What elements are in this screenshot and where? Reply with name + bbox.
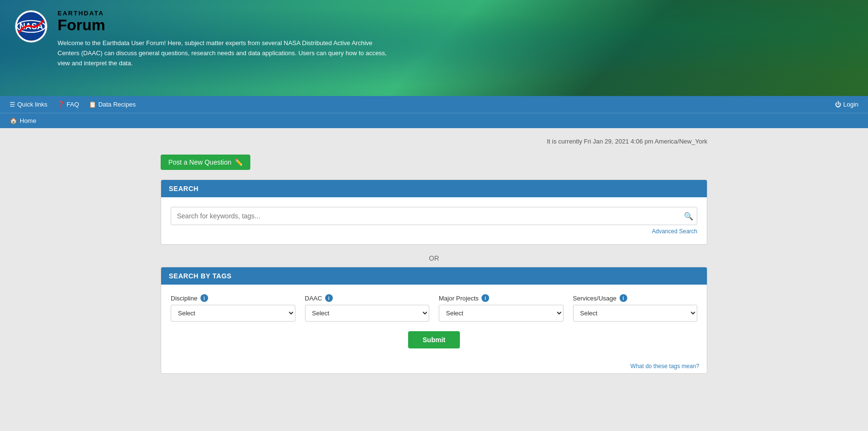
data-recipes-label: Data Recipes bbox=[98, 101, 136, 108]
daac-label-row: DAAC i bbox=[305, 294, 430, 302]
discipline-label-row: Discipline i bbox=[171, 294, 295, 302]
question-icon: ❓ bbox=[57, 101, 65, 108]
discipline-select[interactable]: Select bbox=[171, 305, 295, 322]
discipline-info-icon[interactable]: i bbox=[200, 294, 208, 302]
submit-button[interactable]: Submit bbox=[408, 331, 459, 348]
advanced-search-link[interactable]: Advanced Search bbox=[171, 228, 697, 235]
services-usage-label-row: Services/Usage i bbox=[573, 294, 698, 302]
discipline-group: Discipline i Select bbox=[171, 294, 295, 322]
submit-row: Submit bbox=[171, 331, 697, 348]
post-new-question-button[interactable]: Post a New Question ✏️ bbox=[161, 155, 250, 170]
daac-label: DAAC bbox=[305, 295, 322, 302]
home-label: Home bbox=[20, 117, 36, 124]
header-description: Welcome to the Earthdata User Forum! Her… bbox=[58, 38, 393, 68]
tags-title: SEARCH BY TAGS bbox=[169, 272, 232, 280]
navbar: ☰ Quick links ❓ FAQ 📋 Data Recipes ⏻ Log… bbox=[0, 96, 868, 128]
search-submit-button[interactable]: 🔍 bbox=[684, 212, 693, 221]
nasa-logo: NASA bbox=[14, 10, 48, 43]
faq-label: FAQ bbox=[67, 101, 79, 108]
tags-meaning-label: What do these tags mean? bbox=[631, 363, 699, 370]
login-label: Login bbox=[843, 101, 858, 108]
header-title-area: EARTHDATA Forum Welcome to the Earthdata… bbox=[58, 10, 393, 69]
pencil-icon: ✏️ bbox=[235, 158, 243, 166]
services-usage-select[interactable]: Select bbox=[573, 305, 698, 322]
search-input-wrapper: 🔍 bbox=[171, 207, 697, 225]
daac-info-icon[interactable]: i bbox=[325, 294, 333, 302]
services-usage-info-icon[interactable]: i bbox=[620, 294, 627, 302]
tags-panel: SEARCH BY TAGS Discipline i Select bbox=[161, 267, 707, 374]
or-text: OR bbox=[429, 254, 439, 262]
search-panel: SEARCH 🔍 Advanced Search bbox=[161, 180, 707, 245]
data-recipes-link[interactable]: 📋 Data Recipes bbox=[89, 101, 136, 108]
services-usage-group: Services/Usage i Select bbox=[573, 294, 698, 322]
quick-links-menu[interactable]: ☰ Quick links bbox=[10, 101, 47, 108]
search-panel-header: SEARCH bbox=[161, 180, 707, 197]
daac-group: DAAC i Select bbox=[305, 294, 430, 322]
search-title: SEARCH bbox=[169, 185, 199, 192]
tags-panel-body: Discipline i Select DAAC i Select bbox=[161, 285, 707, 358]
major-projects-group: Major Projects i Select bbox=[439, 294, 563, 322]
or-divider: OR bbox=[161, 254, 707, 262]
major-projects-select[interactable]: Select bbox=[439, 305, 563, 322]
hamburger-icon: ☰ bbox=[10, 101, 15, 108]
tags-panel-header: SEARCH BY TAGS bbox=[161, 267, 707, 285]
tags-row: Discipline i Select DAAC i Select bbox=[171, 294, 697, 322]
tags-meaning-link[interactable]: What do these tags mean? bbox=[631, 363, 699, 370]
forum-title: Forum bbox=[58, 17, 393, 34]
header: NASA EARTHDATA Forum Welcome to the Eart… bbox=[0, 0, 868, 96]
main-content: It is currently Fri Jan 29, 2021 4:06 pm… bbox=[146, 128, 722, 383]
book-icon: 📋 bbox=[89, 101, 96, 108]
discipline-label: Discipline bbox=[171, 295, 198, 302]
post-button-label: Post a New Question bbox=[168, 158, 232, 166]
datetime-text: It is currently Fri Jan 29, 2021 4:06 pm… bbox=[547, 138, 707, 145]
quick-links-label: Quick links bbox=[17, 101, 47, 108]
search-input[interactable] bbox=[171, 207, 697, 225]
login-link[interactable]: ⏻ Login bbox=[835, 101, 858, 108]
tags-footer: What do these tags mean? bbox=[161, 358, 707, 373]
search-icon: 🔍 bbox=[684, 212, 693, 220]
daac-select[interactable]: Select bbox=[305, 305, 430, 322]
faq-link[interactable]: ❓ FAQ bbox=[57, 101, 79, 108]
major-projects-label-row: Major Projects i bbox=[439, 294, 563, 302]
submit-label: Submit bbox=[422, 336, 445, 344]
earthdata-label: EARTHDATA bbox=[58, 10, 393, 17]
home-link[interactable]: 🏠 Home bbox=[10, 117, 858, 124]
navbar-left-links: ☰ Quick links ❓ FAQ 📋 Data Recipes bbox=[10, 101, 136, 108]
major-projects-info-icon[interactable]: i bbox=[481, 294, 489, 302]
services-usage-label: Services/Usage bbox=[573, 295, 617, 302]
power-icon: ⏻ bbox=[835, 101, 841, 108]
datetime-display: It is currently Fri Jan 29, 2021 4:06 pm… bbox=[161, 138, 707, 145]
major-projects-label: Major Projects bbox=[439, 295, 479, 302]
home-icon: 🏠 bbox=[10, 117, 17, 124]
search-panel-body: 🔍 Advanced Search bbox=[161, 197, 707, 244]
